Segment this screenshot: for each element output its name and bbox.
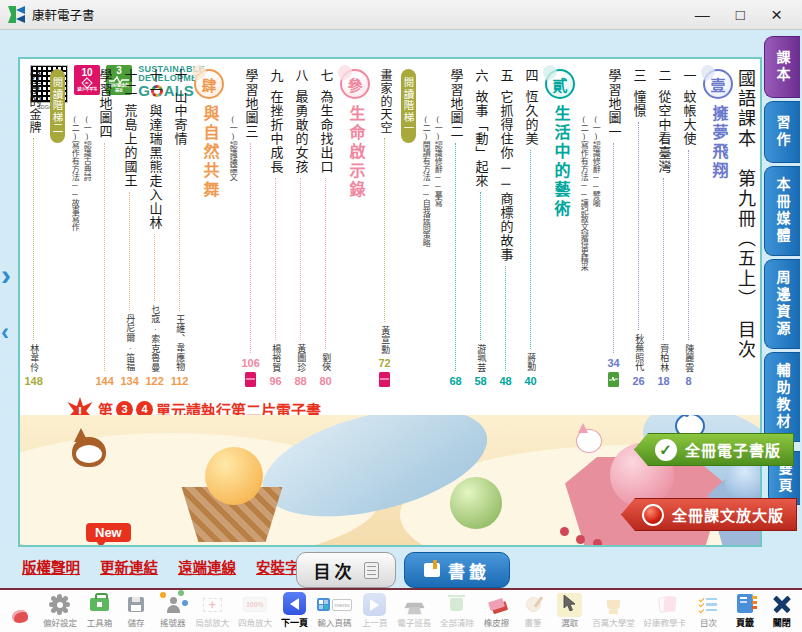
minimize-button[interactable]: —: [695, 7, 710, 22]
notebook-icon: [364, 562, 379, 579]
page-number: 106: [241, 357, 259, 369]
tab-bookmark[interactable]: 書籤: [404, 552, 510, 588]
toc-entry[interactable]: 十 山中寄情 王維、韋應物 112: [168, 69, 191, 387]
page-title: 國語課本 第九冊（五上） 目次: [735, 69, 754, 387]
toolbar-eraser[interactable]: 橡皮擦: [483, 591, 511, 630]
prev-page-chevron[interactable]: ‹: [1, 320, 9, 344]
learning-map-1[interactable]: 學習地圖一 34 (一)認識修辭──譬喻 (二)寫作有方法──讓記敘文變得更精采: [577, 69, 626, 387]
bottom-toolbar: 偏好設定 工具箱 儲存 搖號器 + 局部放大 100% 四角放大 下一頁 men…: [0, 588, 802, 632]
toolbar-close[interactable]: 關閉: [768, 590, 796, 630]
toolbar-toc[interactable]: 目次: [695, 591, 723, 630]
class-leader-icon: [404, 602, 424, 607]
map-title: 學習地圖一: [607, 69, 621, 139]
sdg-mini-badge-green: [608, 372, 619, 387]
lesson-title: 故事「動」起來: [474, 90, 488, 188]
copyright-link[interactable]: 版權聲明: [22, 556, 80, 577]
eraser-icon: [488, 598, 505, 611]
app-logo-icon: [8, 6, 25, 23]
lesson-author: 黃宣勳: [380, 326, 389, 355]
toc-entry[interactable]: 七 為生命找出口 劉俠 80: [314, 69, 337, 387]
reading-ladder-2[interactable]: 閱讀階梯二 分享的金牌 林韋伶 148: [21, 69, 68, 387]
toolbar-stamp[interactable]: [6, 603, 34, 630]
side-tab-media[interactable]: 本冊媒體: [764, 166, 800, 256]
lesson-author: 丹尼爾·笛福: [125, 314, 134, 372]
toc-entry[interactable]: 一 蚊帳大使 陳麗雲 8: [677, 69, 700, 387]
reading-ladder-1[interactable]: 閱讀階梯一 畫家的天空 黃宣勳 72: [372, 69, 419, 387]
toc-entry[interactable]: 六 故事「動」起來 游珮芸 58: [469, 69, 492, 387]
lesson-author: 游珮芸: [476, 344, 485, 373]
update-link[interactable]: 更新連結: [100, 556, 158, 577]
toolbar-picker[interactable]: 搖號器: [159, 591, 187, 630]
toolbar-brush[interactable]: 畫筆: [519, 591, 547, 630]
enlarged-text-button[interactable]: 全冊課文放大版: [621, 498, 797, 531]
close-icon: [773, 595, 791, 613]
bead: [576, 535, 585, 544]
lesson-author: 王維、韋應物: [175, 315, 184, 372]
toc-entry[interactable]: 二 從空中看臺灣 齊柏林 18: [652, 69, 675, 387]
toolbar-class-leader[interactable]: 電子班長: [397, 591, 431, 630]
unit-4-name: 與自然共舞: [201, 105, 218, 200]
side-tab-textbook[interactable]: 課本: [764, 36, 800, 98]
unit-1-name: 擁夢飛翔: [710, 105, 727, 181]
toolbar-clear-all[interactable]: 全部清除: [440, 591, 474, 630]
remote-link[interactable]: 遠端連線: [178, 556, 236, 577]
dotted-leader: [384, 138, 385, 322]
page-number: 88: [294, 375, 306, 387]
stamp-icon: [12, 610, 28, 623]
page-number: 144: [95, 375, 113, 387]
dotted-leader: [275, 178, 276, 340]
gear-icon: [52, 597, 67, 612]
close-button[interactable]: ×: [771, 5, 782, 24]
lesson-number: 十一: [148, 69, 162, 97]
toc-entry[interactable]: 三 憧憬 秋蕪照代 26: [627, 69, 650, 387]
page-number: 8: [686, 375, 692, 387]
tab-toc[interactable]: 目次: [296, 552, 396, 588]
lesson-number: 七: [319, 69, 333, 83]
toolbar-select[interactable]: 選取: [556, 591, 584, 630]
full-ebook-button[interactable]: ✓ 全冊電子書版: [634, 433, 794, 466]
toolbar-prev-page[interactable]: 上一頁: [361, 591, 389, 630]
toc-entry[interactable]: 九 在挫折中成長 楊裕貿 96: [264, 69, 287, 387]
page-number: 96: [269, 375, 281, 387]
lesson-author: 楊裕貿: [271, 344, 280, 373]
learning-map-3[interactable]: 學習地圖三 106 (一)認識議論文: [226, 69, 263, 387]
toolbar-teaching-cards[interactable]: 好康教學卡: [643, 591, 686, 630]
ladder-pill: 閱讀階梯一: [401, 69, 416, 143]
toolbar-quiz-game[interactable]: 百萬大學堂: [592, 591, 635, 630]
cat-mascot: [576, 429, 602, 453]
maximize-button[interactable]: □: [736, 7, 745, 22]
learning-map-4[interactable]: 學習地圖四 144 (一)認識古典詩 (二)寫作有方法──故事寫作: [68, 69, 117, 387]
toolbar-preferences[interactable]: 偏好設定: [43, 591, 77, 630]
toc-entry[interactable]: 八 最勇敢的女孩 黃圖珍 88: [289, 69, 312, 387]
toc-title-column: 國語課本 第九冊（五上） 目次: [735, 69, 754, 387]
side-tab-aids[interactable]: 輔助教材: [764, 352, 800, 442]
next-page-chevron[interactable]: ›: [1, 260, 11, 290]
toolbar-next-page[interactable]: 下一頁: [281, 590, 309, 630]
toolbar-toolbox[interactable]: 工具箱: [86, 591, 114, 630]
new-badge: New: [86, 523, 131, 542]
toolbar-save[interactable]: 儲存: [122, 591, 150, 630]
toc-entry[interactable]: 四 恆久的美 蔣勳 40: [519, 69, 542, 387]
learning-map-2[interactable]: 學習地圖二 68 (一)認識修辭──摹寫 (二)閱讀有方法──自我提問策略: [419, 69, 468, 387]
toolbar-corner-zoom[interactable]: 100% 四角放大: [238, 591, 272, 630]
cards-icon: [658, 596, 672, 613]
side-tab-workbook[interactable]: 習作: [764, 101, 800, 163]
toc-entry[interactable]: 十二 荒島上的國王 丹尼爾·笛福 134: [118, 69, 141, 387]
toc-entry[interactable]: 十一 與達瑞黑熊走入山林 乜寇·索克魯曼 122: [143, 69, 166, 387]
toolbar-page-tabs[interactable]: 頁籤: [731, 590, 759, 630]
lesson-author: 林韋伶: [29, 344, 38, 373]
map-sub-item: (一)認識古典詩: [82, 115, 90, 181]
toolbar-page-input[interactable]: menu 輸入頁碼: [317, 591, 352, 630]
page-number: 18: [657, 375, 669, 387]
lesson-number: 十: [173, 69, 187, 83]
toolbox-icon: [90, 598, 109, 611]
toc-entry[interactable]: 五 它抓得住你──商標的故事 48: [494, 69, 517, 387]
toc-entry[interactable]: 本冊生字 154: [18, 121, 20, 387]
map-title: 學習地圖四: [98, 69, 112, 139]
corner-zoom-icon: 100%: [243, 597, 267, 612]
side-tab-resources[interactable]: 周邊資源: [764, 259, 800, 349]
ladder-pill: 閱讀階梯二: [50, 69, 65, 143]
dotted-leader: [688, 150, 689, 340]
dotted-leader: [505, 266, 506, 371]
toolbar-region-zoom[interactable]: + 局部放大: [195, 591, 229, 630]
